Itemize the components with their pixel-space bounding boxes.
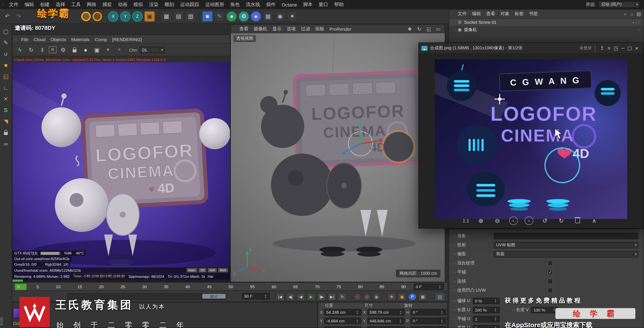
rotation-b-field[interactable]: 0 °▲▼ <box>410 326 446 328</box>
current-frame-field[interactable]: 0 F▲▼ <box>414 283 444 290</box>
live-selection-icon[interactable]: ▢ <box>0 26 12 37</box>
axis-workplane-icon[interactable]: ∟ <box>0 82 12 93</box>
goto-end-button[interactable]: ▶| <box>328 293 336 301</box>
menu-item[interactable]: 窗口 <box>316 1 331 8</box>
layer-panel-icon[interactable]: ▤ <box>636 11 641 17</box>
projection-dropdown[interactable]: UVW 贴图▾ <box>494 242 638 248</box>
minimize-icon[interactable]: ─ <box>619 43 626 53</box>
seamless-checkbox[interactable] <box>548 279 553 284</box>
menu-item[interactable]: 文件 <box>6 1 22 8</box>
environment-sphere-icon[interactable]: ● <box>251 11 261 22</box>
pick-material-icon[interactable]: ⌖ <box>114 45 124 55</box>
length-u-field[interactable]: 100 %▲▼ <box>473 306 500 313</box>
viewport-menu-item[interactable]: ProRender <box>327 26 354 32</box>
previous-image-icon[interactable]: ‹ <box>509 216 518 225</box>
viewport-menu-item[interactable]: 查看 <box>237 26 251 32</box>
object-manager-menu-item[interactable]: 查看 <box>484 11 498 17</box>
menu-item[interactable]: 插件 <box>263 1 278 8</box>
login-status[interactable]: 未登录 <box>580 45 592 51</box>
deformer-gear-icon[interactable]: ⚙ <box>238 11 249 22</box>
anim-dot-icon[interactable]: ○ <box>454 317 456 321</box>
menu-item[interactable]: 渲染 <box>146 1 162 8</box>
share-icon[interactable]: ↥ <box>598 43 606 53</box>
key-pla-button[interactable]: P <box>408 293 417 301</box>
keyframe-selection-button[interactable]: ◉ <box>372 293 380 301</box>
viewport-canvas[interactable]: LOGOFOR CINEMA 4D <box>231 33 445 282</box>
zoom-ratio-button[interactable]: 1:1 <box>463 218 470 223</box>
octane-menu-item[interactable]: Cloud <box>31 37 48 42</box>
render-view-icon[interactable]: ▦ <box>161 11 172 22</box>
coordinate-system-icon[interactable]: ▣ <box>144 11 155 22</box>
object-tag-icons[interactable]: ∷ <box>638 28 640 32</box>
side-dropdown[interactable]: 双面▾ <box>494 251 638 257</box>
octane-menu-item[interactable]: File <box>18 37 31 42</box>
render-pass-tab[interactable]: Refr <box>218 268 228 273</box>
anim-dot-icon[interactable]: ○ <box>454 326 456 328</box>
viewport-menu-item[interactable]: 显示 <box>270 26 284 32</box>
object-manager-menu-item[interactable]: 书签 <box>526 11 540 17</box>
octane-start-icon[interactable]: ϟ <box>15 45 25 55</box>
viewport-pan-icon[interactable]: ✚ <box>405 24 414 34</box>
viewport-scale-icon[interactable]: ◱ <box>424 24 434 34</box>
maximize-icon[interactable]: ▢ <box>626 43 633 53</box>
octane-menu-item[interactable]: Materials <box>68 37 92 42</box>
close-icon[interactable]: × <box>633 43 640 53</box>
key-parameter-button[interactable]: ▣ <box>398 293 406 301</box>
menu-item[interactable]: 帮助 <box>331 1 347 8</box>
octane-menu-item[interactable]: Objects <box>48 37 68 42</box>
material-ball-icon[interactable]: ● <box>81 45 90 55</box>
play-button[interactable]: ▶ <box>307 293 316 301</box>
generator-sphere-icon[interactable]: ● <box>226 11 237 22</box>
anim-dot-icon[interactable]: ○ <box>454 308 456 312</box>
settings-gear-icon[interactable]: ⚙ <box>58 45 68 55</box>
axis-z-lock-button[interactable]: Z <box>132 11 143 22</box>
goto-start-button[interactable]: |◀ <box>276 293 284 301</box>
anim-dot-icon[interactable]: ○ <box>454 299 456 303</box>
cube-primitive-icon[interactable]: ■ <box>202 11 213 22</box>
viewport-maximize-icon[interactable]: ▭ <box>434 24 443 34</box>
menu-item[interactable]: 动画 <box>115 1 130 8</box>
search-icon[interactable]: ⌕ <box>624 11 627 17</box>
rotation-h-field[interactable]: 0 °▲▼ <box>410 309 446 315</box>
panel-grip-icon[interactable]: ∷ <box>358 303 364 308</box>
hierarchy-dot-icon[interactable]: ∷ <box>452 20 458 25</box>
key-position-button[interactable]: ✚ <box>387 293 396 301</box>
framed-region-icon[interactable]: ▣ <box>92 45 102 55</box>
repeat-u-field[interactable]: 0▲▼ <box>473 325 500 328</box>
sculpt-pen-icon[interactable]: ✎ <box>0 37 12 48</box>
anim-dot-icon[interactable]: ○ <box>454 270 456 274</box>
timeline-window-button[interactable]: ▤ <box>435 292 445 301</box>
length-v-field[interactable]: 100 %▲▼ <box>532 306 558 313</box>
viewport-label[interactable]: 透视视图 <box>234 35 256 42</box>
collapse-toolbar-icon[interactable]: ∧ <box>589 216 599 225</box>
panel-grip-icon[interactable]: ∷ <box>12 37 18 41</box>
interface-dropdown[interactable]: 启动 (用户)▾ <box>598 1 640 8</box>
anim-dot-icon[interactable]: ○ <box>454 252 456 256</box>
delete-image-icon[interactable] <box>573 216 582 225</box>
mograph-array-icon[interactable]: ▦ <box>263 11 273 22</box>
cube-tool-icon[interactable]: ■ <box>0 59 12 71</box>
object-manager-menu-item[interactable]: 对象 <box>498 11 512 17</box>
autokey-button[interactable]: ⊙ <box>363 293 371 301</box>
panel-grip-icon[interactable]: ∷ <box>231 27 237 31</box>
panel-grip-icon[interactable]: ∷ <box>449 12 455 16</box>
position-y-field[interactable]: -4.664 cm▲▼ <box>324 318 361 324</box>
size-x-field[interactable]: 598.79 cm▲▼ <box>368 309 404 315</box>
record-keyframe-button[interactable]: ⊙ <box>354 293 361 301</box>
fullscreen-icon[interactable]: ◳ <box>612 43 619 53</box>
region-render-icon[interactable]: R <box>49 46 56 53</box>
selection-input[interactable] <box>494 233 638 239</box>
anim-dot-icon[interactable]: ○ <box>454 279 456 283</box>
anim-dot-icon[interactable]: ○ <box>454 243 456 247</box>
menu-icon[interactable]: ≡ <box>606 43 612 53</box>
prev-frame-button[interactable]: ◀ <box>296 293 305 301</box>
octane-menu-item[interactable]: Comp <box>92 37 110 42</box>
panel-grip-icon[interactable]: ∷ <box>398 303 404 308</box>
menu-item[interactable]: 网格 <box>84 1 99 8</box>
pause-render-icon[interactable]: ‖ <box>38 45 47 55</box>
tiles-u-field[interactable]: 1▲▼ <box>473 316 500 322</box>
undo-icon[interactable]: ↶ <box>2 12 12 21</box>
background-window-tab-2[interactable]: XON <box>0 317 4 325</box>
fill-bucket-icon[interactable]: ◥ <box>0 115 12 127</box>
viewport-rotate-icon[interactable]: ↻ <box>414 24 424 34</box>
